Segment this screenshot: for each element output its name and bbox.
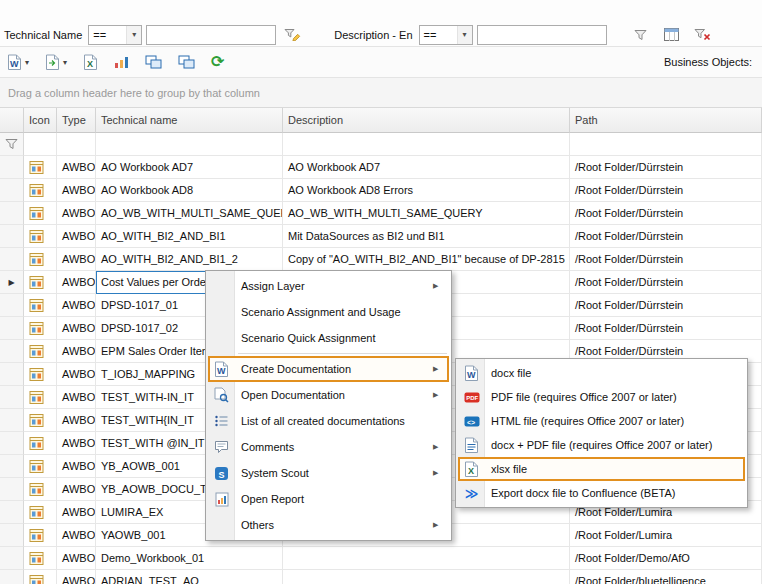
filter-cell-path[interactable] bbox=[570, 133, 762, 156]
filter-edit-button[interactable] bbox=[280, 24, 304, 45]
menu-item-system-scout[interactable]: S System Scout ▶ bbox=[208, 460, 449, 486]
grid-windows-button-1[interactable] bbox=[145, 55, 162, 69]
open-documentation-toolbar-button[interactable]: ▾ bbox=[45, 54, 67, 70]
table-row[interactable]: ▶ AWBO ADRIAN_TEST_AO /Root Folder/bluet… bbox=[0, 570, 762, 584]
path-cell[interactable]: /Root Folder/Dürrstein bbox=[570, 179, 762, 202]
submenu-item-xlsx-file[interactable]: X xlsx file bbox=[458, 457, 745, 481]
technical-name-cell[interactable]: AO Workbook AD8 bbox=[96, 179, 283, 202]
menu-item-label: Export docx file to Confluence (BETA) bbox=[485, 487, 729, 499]
type-cell[interactable]: AWBO bbox=[57, 317, 96, 340]
technical-name-cell[interactable]: AO_WITH_BI2_AND_BI1 bbox=[96, 225, 283, 248]
column-chooser-button[interactable] bbox=[659, 24, 683, 45]
description-cell[interactable]: AO Workbook AD7 bbox=[283, 156, 570, 179]
technical-name-cell[interactable]: AO_WB_WITH_MULTI_SAME_QUERY bbox=[96, 202, 283, 225]
path-cell[interactable]: /Root Folder/Dürrstein bbox=[570, 202, 762, 225]
menu-item-open-documentation[interactable]: Open Documentation ▶ bbox=[208, 382, 449, 408]
type-cell[interactable]: AWBO bbox=[57, 478, 96, 501]
technical-name-operator-select[interactable]: == ▾ bbox=[88, 25, 142, 45]
path-cell[interactable]: /Root Folder/Dürrstein bbox=[570, 317, 762, 340]
description-cell[interactable]: AO Workbook AD8 Errors bbox=[283, 179, 570, 202]
technical-name-cell[interactable]: AO Workbook AD7 bbox=[96, 156, 283, 179]
create-docx-button[interactable]: W ▾ bbox=[7, 54, 29, 70]
path-cell[interactable]: /Root Folder/Dürrstein bbox=[570, 225, 762, 248]
description-filter-input[interactable] bbox=[477, 25, 607, 45]
table-row[interactable]: ▶ AWBO AO_WITH_BI2_AND_BI1 Mit DataSourc… bbox=[0, 225, 762, 248]
description-cell[interactable] bbox=[283, 547, 570, 570]
type-cell[interactable]: AWBO bbox=[57, 547, 96, 570]
path-cell[interactable]: /Root Folder/Dürrstein bbox=[570, 248, 762, 271]
type-cell[interactable]: AWBO bbox=[57, 524, 96, 547]
group-by-panel[interactable]: Drag a column header here to group by th… bbox=[0, 78, 762, 108]
submenu-item-export-docx-to-confluence[interactable]: ≫ Export docx file to Confluence (BETA) bbox=[458, 481, 745, 505]
table-row[interactable]: ▶ AWBO AO Workbook AD7 AO Workbook AD7 /… bbox=[0, 156, 762, 179]
technical-name-cell[interactable]: AO_WITH_BI2_AND_BI1_2 bbox=[96, 248, 283, 271]
type-cell[interactable]: AWBO bbox=[57, 501, 96, 524]
type-cell[interactable]: AWBO bbox=[57, 248, 96, 271]
submenu-item-pdf-file[interactable]: PDF PDF file (requires Office 2007 or la… bbox=[458, 385, 745, 409]
filter-button[interactable] bbox=[628, 24, 652, 45]
type-cell[interactable]: AWBO bbox=[57, 294, 96, 317]
refresh-button[interactable]: ⟳ bbox=[211, 54, 224, 70]
type-cell[interactable]: AWBO bbox=[57, 271, 96, 294]
table-row[interactable]: ▶ AWBO AO Workbook AD8 AO Workbook AD8 E… bbox=[0, 179, 762, 202]
type-cell[interactable]: AWBO bbox=[57, 340, 96, 363]
menu-item-open-report[interactable]: Open Report bbox=[208, 486, 449, 512]
path-cell[interactable]: /Root Folder/bluetelligence bbox=[570, 570, 762, 584]
description-cell[interactable]: Mit DataSources as BI2 und BI1 bbox=[283, 225, 570, 248]
type-cell[interactable]: AWBO bbox=[57, 202, 96, 225]
create-xlsx-button[interactable]: X bbox=[83, 54, 98, 70]
table-row[interactable]: ▶ AWBO AO_WITH_BI2_AND_BI1_2 Copy of "AO… bbox=[0, 248, 762, 271]
technical-name-cell[interactable]: ADRIAN_TEST_AO bbox=[96, 570, 283, 584]
column-header-technical-name[interactable]: Technical name bbox=[96, 108, 283, 133]
type-cell[interactable]: AWBO bbox=[57, 409, 96, 432]
menu-item-comments[interactable]: Comments ▶ bbox=[208, 434, 449, 460]
path-cell[interactable]: /Root Folder/Dürrstein bbox=[570, 294, 762, 317]
menu-item-create-documentation[interactable]: W Create Documentation ▶ bbox=[208, 356, 449, 382]
path-cell[interactable]: /Root Folder/Lumira bbox=[570, 524, 762, 547]
description-cell[interactable]: Copy of "AO_WITH_BI2_AND_BI1" because of… bbox=[283, 248, 570, 271]
column-header-path[interactable]: Path bbox=[570, 108, 762, 133]
chart-button[interactable] bbox=[114, 55, 129, 69]
menu-item-assign-layer[interactable]: Assign Layer ▶ bbox=[208, 273, 449, 299]
description-cell[interactable] bbox=[283, 570, 570, 584]
submenu-item-html-file[interactable]: <> HTML file (requires Office 2007 or la… bbox=[458, 409, 745, 433]
path-cell[interactable]: /Root Folder/Dürrstein bbox=[570, 271, 762, 294]
filter-cell-icon[interactable] bbox=[24, 133, 57, 156]
workbook-icon bbox=[29, 574, 44, 584]
menu-item-list-of-all-created-documentations[interactable]: List of all created documentations bbox=[208, 408, 449, 434]
filter-cell-description[interactable] bbox=[283, 133, 570, 156]
description-cell[interactable]: AO_WB_WITH_MULTI_SAME_QUERY bbox=[283, 202, 570, 225]
menu-item-others[interactable]: Others ▶ bbox=[208, 512, 449, 538]
svg-text:W: W bbox=[467, 370, 476, 380]
menu-item-scenario-quick-assignment[interactable]: Scenario Quick Assignment bbox=[208, 325, 449, 351]
menu-item-scenario-assignment-and-usage[interactable]: Scenario Assignment and Usage bbox=[208, 299, 449, 325]
technical-name-cell[interactable]: Demo_Workbook_01 bbox=[96, 547, 283, 570]
path-cell[interactable]: /Root Folder/Demo/AfO bbox=[570, 547, 762, 570]
type-cell[interactable]: AWBO bbox=[57, 156, 96, 179]
table-row[interactable]: ▶ AWBO AO_WB_WITH_MULTI_SAME_QUERY AO_WB… bbox=[0, 202, 762, 225]
type-cell[interactable]: AWBO bbox=[57, 179, 96, 202]
column-header-type[interactable]: Type bbox=[57, 108, 96, 133]
submenu-item-docx-plus-pdf-file[interactable]: docx + PDF file (requires Office 2007 or… bbox=[458, 433, 745, 457]
path-cell[interactable]: /Root Folder/Dürrstein bbox=[570, 156, 762, 179]
filter-cell-technical-name[interactable] bbox=[96, 133, 283, 156]
table-row[interactable]: ▶ AWBO Demo_Workbook_01 /Root Folder/Dem… bbox=[0, 547, 762, 570]
context-menu: Assign Layer ▶ Scenario Assignment and U… bbox=[205, 270, 452, 541]
type-cell[interactable]: AWBO bbox=[57, 432, 96, 455]
technical-name-filter-input[interactable] bbox=[146, 25, 276, 45]
type-cell[interactable]: AWBO bbox=[57, 570, 96, 584]
submenu-arrow-icon: ▶ bbox=[433, 365, 449, 373]
filter-cell-type[interactable] bbox=[57, 133, 96, 156]
clear-filter-button[interactable] bbox=[690, 24, 714, 45]
submenu-arrow-icon: ▶ bbox=[433, 391, 449, 399]
type-cell[interactable]: AWBO bbox=[57, 455, 96, 478]
column-header-description[interactable]: Description bbox=[283, 108, 570, 133]
type-cell[interactable]: AWBO bbox=[57, 225, 96, 248]
type-cell[interactable]: AWBO bbox=[57, 386, 96, 409]
type-cell[interactable]: AWBO bbox=[57, 363, 96, 386]
description-operator-select[interactable]: == ▾ bbox=[419, 25, 473, 45]
grid-windows-button-2[interactable] bbox=[178, 55, 195, 69]
workbook-icon bbox=[29, 528, 44, 543]
submenu-item-docx-file[interactable]: W docx file bbox=[458, 361, 745, 385]
column-header-icon[interactable]: Icon bbox=[24, 108, 57, 133]
